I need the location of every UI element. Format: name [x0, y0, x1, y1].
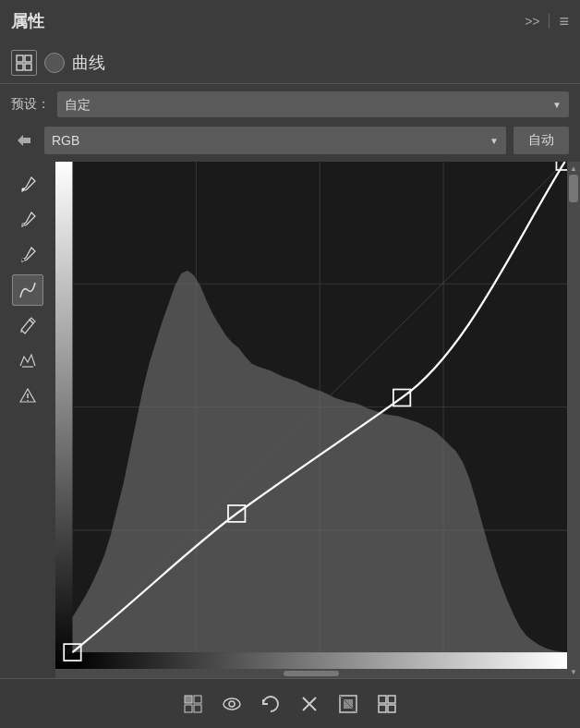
white-eyedropper-icon [18, 176, 37, 194]
channel-row: RGB红绿蓝 ▼ 自动 [0, 123, 580, 162]
eye-icon [221, 693, 243, 715]
main-content: ▲ ▼ [0, 162, 580, 678]
visibility-button[interactable] [218, 690, 246, 718]
right-scrollbar[interactable]: ▲ ▼ [567, 162, 580, 678]
header-icons: >> ≡ [525, 12, 569, 31]
svg-rect-37 [388, 696, 395, 703]
scroll-down-arrow[interactable]: ▼ [567, 665, 580, 678]
curve-canvas-container[interactable] [55, 162, 567, 669]
pencil-tool[interactable] [12, 309, 43, 341]
gray-eyedropper-tool[interactable] [12, 204, 43, 236]
auto-button[interactable]: 自动 [514, 127, 569, 154]
svg-rect-26 [185, 705, 192, 712]
curve-histogram-svg[interactable] [55, 162, 567, 669]
preset-row: 预设： 自定默认线性对比度中等对比度强对比度 ▼ [0, 84, 580, 123]
svg-rect-3 [25, 64, 31, 70]
clip-shadows-button[interactable] [179, 690, 207, 718]
svg-rect-27 [194, 696, 201, 703]
black-eyedropper-icon [18, 246, 37, 264]
svg-rect-28 [194, 705, 201, 712]
svg-point-10 [27, 400, 29, 402]
reset-button[interactable] [257, 690, 284, 718]
panel-header: 属性 >> ≡ [0, 0, 580, 42]
arrow-icon [14, 130, 34, 151]
pencil-icon [18, 316, 37, 334]
channel-select-wrapper[interactable]: RGB红绿蓝 ▼ [44, 127, 506, 154]
warning-tool[interactable] [12, 380, 43, 411]
expand-icon[interactable]: >> [525, 14, 539, 29]
svg-rect-2 [17, 64, 23, 70]
svg-line-35 [340, 696, 356, 712]
grid-svg [16, 55, 32, 71]
delete-button[interactable] [296, 690, 323, 718]
white-eyedropper-tool[interactable] [12, 169, 43, 200]
mask-icon [337, 693, 359, 715]
panel-icon [376, 693, 398, 715]
h-scroll-thumb[interactable] [284, 671, 339, 676]
menu-icon[interactable]: ≡ [559, 12, 569, 31]
svg-point-4 [22, 188, 25, 191]
curve-edit-tool[interactable] [12, 274, 43, 306]
svg-point-6 [22, 259, 25, 261]
preset-select[interactable]: 自定默认线性对比度中等对比度强对比度 [57, 91, 569, 117]
scroll-up-arrow[interactable]: ▲ [567, 162, 580, 175]
channel-tool-icon [11, 127, 37, 153]
horizontal-scrollbar[interactable] [55, 669, 567, 678]
panel-button[interactable] [373, 690, 401, 718]
left-toolbar [0, 162, 55, 678]
panel-title: 属性 [11, 10, 44, 32]
svg-point-29 [224, 698, 240, 710]
svg-rect-0 [17, 55, 23, 62]
header-divider [549, 14, 550, 29]
svg-rect-13 [72, 652, 567, 669]
bottom-toolbar [0, 678, 580, 728]
svg-rect-38 [379, 705, 386, 712]
black-eyedropper-tool[interactable] [12, 239, 43, 271]
svg-rect-1 [25, 55, 31, 62]
svg-rect-25 [185, 696, 192, 703]
svg-rect-36 [379, 696, 386, 703]
properties-panel: 属性 >> ≡ 曲线 预设： 自定默认线性对比度中等对比度强对比度 ▼ [0, 0, 580, 728]
clip-shadows-icon [182, 693, 204, 715]
curve-area-wrapper [55, 162, 567, 678]
scroll-track[interactable] [567, 175, 580, 665]
layer-mask-icon[interactable] [44, 53, 65, 73]
scroll-thumb[interactable] [569, 175, 578, 202]
mask-button[interactable] [334, 690, 362, 718]
preset-select-wrapper[interactable]: 自定默认线性对比度中等对比度强对比度 ▼ [57, 91, 569, 117]
svg-point-5 [22, 224, 25, 226]
sub-header: 曲线 [0, 42, 580, 83]
auto-adjust-icon [18, 351, 37, 370]
reset-icon [260, 693, 282, 715]
svg-rect-12 [55, 162, 72, 669]
delete-icon [298, 693, 320, 715]
adjustment-grid-icon[interactable] [11, 50, 37, 76]
curve-edit-icon [18, 281, 37, 299]
svg-rect-39 [388, 705, 395, 712]
channel-select[interactable]: RGB红绿蓝 [44, 127, 506, 154]
sub-title-label: 曲线 [72, 52, 105, 74]
svg-point-30 [229, 701, 235, 707]
gray-eyedropper-icon [18, 211, 37, 229]
warning-icon [18, 386, 37, 405]
preset-label: 预设： [11, 96, 50, 113]
auto-adjust-tool[interactable] [12, 345, 43, 376]
